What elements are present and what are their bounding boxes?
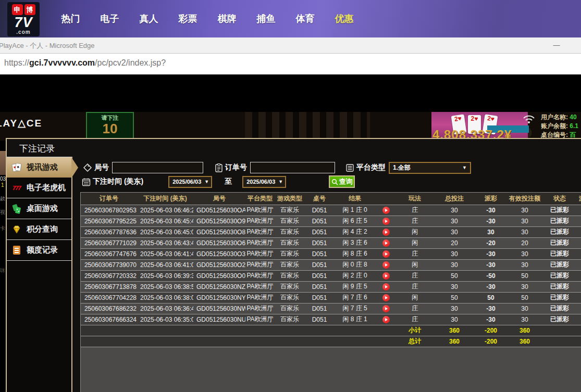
sidebar-item-slot-machines[interactable]: 777 电子老虎机 xyxy=(7,178,71,198)
cell-play: 庄 xyxy=(397,314,433,325)
cell-result: 闲 6 庄 5 xyxy=(334,216,376,226)
cell-round: GD051256030O0 xyxy=(193,270,245,281)
sidebar-item-live-games[interactable]: ♥♠ 视讯游戏 xyxy=(7,157,71,178)
table-row: 2506030677876362025-06-03 06:45:04GD0512… xyxy=(81,226,581,237)
replay-button[interactable] xyxy=(382,229,390,236)
cell-payout: -30 xyxy=(476,281,506,292)
cell-play: 庄 xyxy=(397,216,433,226)
date-from-select[interactable]: 2025/06/03 ▼ xyxy=(168,176,212,188)
chevron-down-icon: ▼ xyxy=(204,179,209,184)
cell-payout: -30 xyxy=(476,314,506,325)
cell-replay xyxy=(376,226,397,237)
cell-payout: -20 xyxy=(476,237,506,248)
cell-time: 2025-06-03 06:41:46 xyxy=(137,248,193,259)
cell-valid: 30 xyxy=(506,226,543,237)
cell-table: D051 xyxy=(305,216,334,226)
replay-button[interactable] xyxy=(382,239,390,247)
slot-777-icon: 777 xyxy=(11,183,22,193)
cell-round: GD051256030O2 xyxy=(193,259,245,270)
cell-replay xyxy=(376,292,397,303)
total-bet: 360 xyxy=(433,336,476,347)
cell-order: 250603067666324 xyxy=(81,314,137,325)
cell-bet: 50 xyxy=(433,270,476,281)
background-text-fragment: 03 xyxy=(0,176,6,182)
cell-status: 已派彩 xyxy=(543,205,576,216)
browser-url-bar[interactable]: https://gci.7vvvvvv.com/pc/pcv2/index.js… xyxy=(0,54,581,74)
table-row: 2506030677138782025-06-03 06:38:57GD0512… xyxy=(81,281,581,292)
replay-button[interactable] xyxy=(382,283,390,290)
table-row: 2506030676663242025-06-03 06:35:02GD0512… xyxy=(81,314,581,325)
url-domain: gci.7vvvvvv.com xyxy=(29,58,95,67)
nav-item-sports[interactable]: 体育 xyxy=(286,12,325,25)
cell-time: 2025-06-03 06:35:02 xyxy=(137,314,193,325)
replay-button[interactable] xyxy=(382,294,390,301)
replay-button[interactable] xyxy=(382,272,390,280)
round-number-input[interactable] xyxy=(112,162,203,173)
window-title: PlayAce - 个人 - Microsoft Edge xyxy=(0,41,95,50)
minimize-button[interactable]: — xyxy=(551,44,562,48)
cell-game: 百家乐 xyxy=(275,281,305,292)
platform-type-select[interactable]: 1.全部 ▼ xyxy=(389,162,471,174)
logo-tld-text: .com xyxy=(16,30,30,34)
nav-item-hot[interactable]: 热门 xyxy=(51,12,90,25)
replay-button[interactable] xyxy=(382,305,390,312)
site-logo[interactable]: 申 博 7V .com xyxy=(7,2,40,36)
cell-valid: 30 xyxy=(506,205,543,216)
nav-item-live[interactable]: 真人 xyxy=(129,12,168,25)
sidebar-item-quota-records[interactable]: 额度记录 xyxy=(7,240,71,261)
cell-bet: 50 xyxy=(433,292,476,303)
cell-platform: PA欧洲厅 xyxy=(245,216,275,226)
table-row: 2506030677952252025-06-03 06:45:45GD0512… xyxy=(81,216,581,226)
replay-button[interactable] xyxy=(382,316,390,323)
cell-payout: -30 xyxy=(476,259,506,270)
cell-order: 250603067686232 xyxy=(81,303,137,314)
sidebar-item-points-query[interactable]: 积分查询 xyxy=(7,219,71,240)
cell-order: 250603067713878 xyxy=(81,281,137,292)
replay-button[interactable] xyxy=(382,218,390,225)
logo-badges: 申 博 xyxy=(12,4,35,15)
modal-content: 局号 订单号 平台类型 1.全部 ▼ 下注时间 (美东) 2025/06/0 xyxy=(73,157,581,392)
nav-item-fishing[interactable]: 捕鱼 xyxy=(246,12,286,25)
date-to-select[interactable]: 2025/06/03 ▼ xyxy=(242,176,286,188)
cell-valid: 30 xyxy=(506,281,543,292)
url-scheme: https:// xyxy=(4,58,29,67)
cell-platform: PA欧洲厅 xyxy=(245,205,275,216)
sidebar-item-table-games[interactable]: 桌面游戏 xyxy=(7,198,71,219)
cell-time: 2025-06-03 06:46:27 xyxy=(137,205,193,216)
replay-button[interactable] xyxy=(382,250,390,258)
cell-replay xyxy=(376,270,397,281)
nav-item-promo[interactable]: 优惠 xyxy=(325,12,364,25)
order-number-input[interactable] xyxy=(250,162,335,173)
cell-game: 百家乐 xyxy=(275,292,305,303)
sidebar-item-label: 积分查询 xyxy=(27,224,58,234)
replay-button[interactable] xyxy=(382,261,390,269)
cell-table: D051 xyxy=(305,292,334,303)
table-row: 2506030677203322025-06-03 06:39:30GD0512… xyxy=(81,270,581,281)
cell-cutoff xyxy=(576,205,581,216)
subtotal-row: 小计 360 -200 360 xyxy=(81,325,581,336)
cell-table: D051 xyxy=(305,248,334,259)
cell-platform: PA欧洲厅 xyxy=(245,237,275,248)
search-button[interactable]: 查询 xyxy=(329,175,355,188)
dominoes-icon xyxy=(11,204,22,214)
nav-item-lottery[interactable]: 彩票 xyxy=(168,12,207,25)
cell-round: GD051256030NW xyxy=(193,303,245,314)
url-text: https://gci.7vvvvvv.com/pc/pcv2/index.js… xyxy=(4,58,166,68)
cell-platform: PA欧洲厅 xyxy=(245,270,275,281)
col-header-table: 桌号 xyxy=(305,193,334,205)
nav-item-slots[interactable]: 电子 xyxy=(90,12,129,25)
cell-valid: 30 xyxy=(506,216,543,226)
cell-game: 百家乐 xyxy=(275,216,305,226)
cell-payout: -30 xyxy=(476,216,506,226)
cell-table: D051 xyxy=(305,314,334,325)
cell-order: 250603067795225 xyxy=(81,216,137,226)
replay-button[interactable] xyxy=(382,207,390,214)
col-header-round: 局号 xyxy=(193,193,245,205)
cell-status: 已派彩 xyxy=(543,248,576,259)
date-from-value: 2025/06/03 xyxy=(172,179,201,185)
col-header-payout: 派彩 xyxy=(476,193,506,205)
nav-item-cards[interactable]: 棋牌 xyxy=(207,12,246,25)
live-casino-background: LAY△CE 请下注 10 2♥ 2♥ 2♥ 4,808,337.2¥ 用户名称… xyxy=(0,112,581,141)
cell-platform: PA欧洲厅 xyxy=(245,292,275,303)
sidebar-item-label: 电子老虎机 xyxy=(27,183,66,193)
